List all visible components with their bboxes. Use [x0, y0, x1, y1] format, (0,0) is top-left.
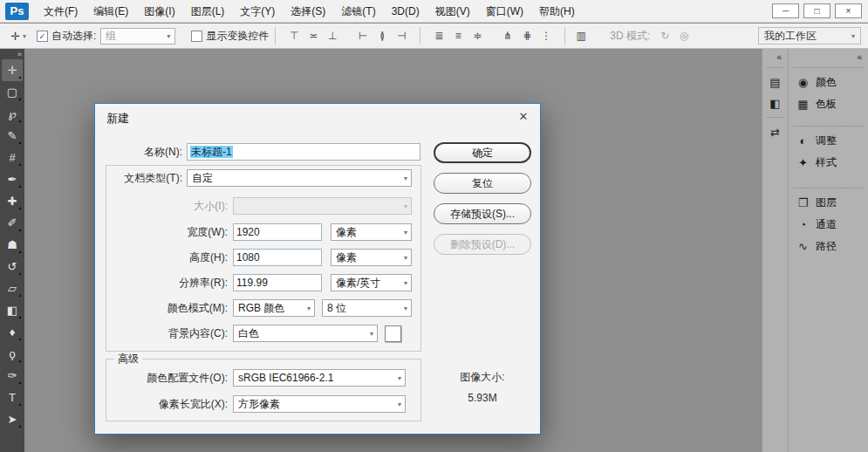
menu-image[interactable]: 图像(I) [136, 0, 182, 23]
tool-type[interactable]: T [2, 387, 23, 408]
panel-tab-paths[interactable]: ∿ 路径 [789, 236, 868, 257]
align-top-edges-icon[interactable]: ⊤ [284, 27, 304, 45]
chevron-down-icon: ▾ [370, 330, 373, 339]
collapse-panel-icon[interactable]: » [17, 50, 22, 58]
check-icon: ✓ [38, 31, 45, 41]
align-right-edges-icon[interactable]: ⊣ [392, 27, 411, 45]
chevron-down-icon: ▾ [398, 401, 401, 409]
3d-rotate-icon[interactable]: ↻ [655, 27, 674, 45]
distribute-bottom-edges-icon[interactable]: ≑ [468, 27, 487, 45]
window-minimize-button[interactable]: ─ [772, 3, 799, 18]
menu-filter[interactable]: 滤镜(T) [333, 0, 383, 23]
reset-button[interactable]: 复位 [434, 173, 531, 194]
panel-tab-adjustments[interactable]: ◐ 调整 [789, 130, 868, 152]
align-group-vertical: ⊤ ≍ ⊥ [284, 27, 342, 45]
color-profile-dropdown[interactable]: sRGB IEC61966-2.1 ▾ [233, 369, 406, 387]
tool-history-brush[interactable]: ↺ [2, 256, 23, 277]
divider [275, 27, 276, 45]
pixel-aspect-dropdown[interactable]: 方形像素 ▾ [233, 395, 406, 413]
properties-panel-icon[interactable]: ◧ [762, 92, 788, 113]
tool-path-selection[interactable]: ➤ [2, 408, 23, 430]
panel-tab-swatches[interactable]: ▦ 色板 [789, 93, 868, 115]
panel-tab-styles[interactable]: ✦ 样式 [789, 152, 868, 174]
distribute-vertical-centers-icon[interactable]: ≡ [448, 27, 468, 45]
tool-move[interactable]: ✛ [2, 59, 23, 81]
background-color-swatch[interactable] [385, 325, 401, 342]
menu-3d[interactable]: 3D(D) [384, 0, 427, 23]
auto-select-checkbox[interactable]: ✓ [37, 31, 48, 42]
menu-edit[interactable]: 编辑(E) [85, 0, 136, 23]
auto-align-layers-icon[interactable]: ▥ [571, 27, 591, 45]
resolution-input[interactable]: 119.99 [233, 274, 322, 291]
resolution-unit-dropdown[interactable]: 像素/英寸 ▾ [331, 274, 412, 291]
menu-help[interactable]: 帮助(H) [531, 0, 583, 23]
menu-layer[interactable]: 图层(L) [183, 0, 233, 23]
tool-dodge[interactable]: ϙ [2, 343, 23, 365]
tool-lasso[interactable]: ℘ [2, 103, 23, 125]
menu-type[interactable]: 文字(Y) [232, 0, 283, 23]
bit-depth-value: 8 位 [327, 302, 346, 314]
height-input[interactable]: 1080 [233, 249, 322, 266]
menu-select[interactable]: 选择(S) [283, 0, 333, 23]
tool-quick-selection[interactable]: ✎ [2, 125, 23, 147]
chevron-down-icon: ▾ [851, 32, 855, 40]
close-icon[interactable]: ✕ [516, 109, 531, 125]
chevron-down-icon: ▾ [404, 279, 407, 288]
doc-type-label: 文档类型(T): [95, 169, 182, 187]
menu-view[interactable]: 视图(V) [427, 0, 478, 23]
distribute-top-edges-icon[interactable]: ≣ [429, 27, 448, 45]
tool-blur[interactable]: ♦ [2, 321, 23, 343]
expand-panels-icon[interactable]: « [762, 49, 788, 64]
tool-eyedropper[interactable]: ✒ [2, 168, 23, 190]
ok-button[interactable]: 确定 [434, 142, 531, 163]
doc-type-dropdown[interactable]: 自定 ▾ [187, 169, 412, 187]
distribute-left-edges-icon[interactable]: ⋔ [498, 27, 517, 45]
menu-window[interactable]: 窗口(W) [478, 0, 531, 23]
panel-tab-color[interactable]: ◉ 颜色 [789, 72, 868, 93]
resolution-unit-value: 像素/英寸 [336, 277, 380, 289]
save-preset-button[interactable]: 存储预设(S)... [434, 203, 531, 224]
history-brush-icon: ↺ [8, 260, 17, 273]
name-input[interactable]: 未标题-1 [187, 143, 420, 161]
color-mode-dropdown[interactable]: RGB 颜色 ▾ [233, 299, 315, 317]
move-icon: ✛ [8, 64, 17, 77]
width-input[interactable]: 1920 [233, 223, 322, 241]
menu-file[interactable]: 文件(F) [36, 0, 85, 23]
3d-mode-label: 3D 模式: [610, 29, 650, 44]
workspace-dropdown[interactable]: 我的工作区 ▾ [758, 27, 861, 45]
tool-brush[interactable]: ✐ [2, 212, 23, 234]
current-tool-preset[interactable]: ✛ ▾ [0, 30, 31, 43]
tool-eraser[interactable]: ▱ [2, 277, 23, 299]
window-close-button[interactable]: × [835, 3, 862, 18]
distribute-group-horizontal: ⋔ ⋕ ⋮ [498, 27, 556, 45]
show-transform-controls-checkbox[interactable] [191, 31, 202, 42]
info-panel-icon[interactable]: ⇄ [762, 121, 788, 142]
bit-depth-dropdown[interactable]: 8 位 ▾ [322, 299, 412, 317]
panel-tab-channels[interactable]: ◔ 通道 [789, 214, 868, 236]
tool-pen[interactable]: ✑ [2, 365, 23, 387]
tool-gradient[interactable]: ◧ [2, 299, 23, 321]
panel-tab-layers[interactable]: ❐ 图层 [789, 192, 868, 214]
window-maximize-button[interactable]: □ [803, 3, 830, 18]
move-tool-icon: ✛ [10, 30, 20, 43]
history-panel-icon[interactable]: ▤ [762, 72, 788, 92]
collapse-panels-icon[interactable]: « [789, 49, 868, 64]
image-size-value: 5.93M [434, 392, 531, 404]
show-transform-controls-label: 显示变换控件 [206, 29, 269, 44]
align-left-edges-icon[interactable]: ⊢ [353, 27, 372, 45]
tool-rectangular-marquee[interactable]: ▢ [2, 81, 23, 103]
align-bottom-edges-icon[interactable]: ⊥ [323, 27, 342, 45]
width-unit-dropdown[interactable]: 像素 ▾ [331, 223, 412, 241]
channels-icon: ◔ [796, 218, 810, 231]
tool-crop[interactable]: # [2, 147, 23, 168]
tool-healing-brush[interactable]: ✚ [2, 190, 23, 212]
3d-roll-icon[interactable]: ◎ [674, 27, 694, 45]
height-unit-dropdown[interactable]: 像素 ▾ [331, 249, 412, 266]
distribute-right-edges-icon[interactable]: ⋮ [537, 27, 556, 45]
align-vertical-centers-icon[interactable]: ≍ [304, 27, 323, 45]
auto-select-target-dropdown[interactable]: 组 ▾ [100, 28, 175, 45]
tool-clone-stamp[interactable]: ☗ [2, 234, 23, 256]
align-horizontal-centers-icon[interactable]: ≬ [372, 27, 392, 45]
distribute-horizontal-centers-icon[interactable]: ⋕ [517, 27, 537, 45]
background-dropdown[interactable]: 白色 ▾ [233, 325, 378, 342]
